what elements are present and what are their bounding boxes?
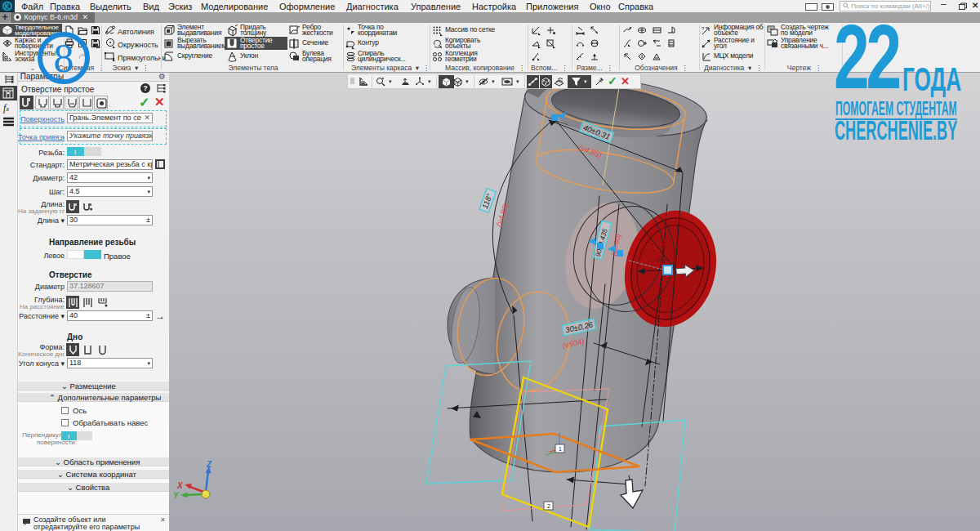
svg-text:1: 1: [559, 446, 562, 452]
svg-text:I: I: [74, 149, 76, 156]
svg-text:X: X: [176, 481, 184, 490]
svg-text:?: ?: [702, 26, 705, 31]
svg-text:Z: Z: [206, 460, 212, 469]
svg-text:I: I: [68, 433, 69, 440]
svg-text:Y: Y: [173, 491, 180, 500]
svg-text:2: 2: [547, 503, 550, 509]
